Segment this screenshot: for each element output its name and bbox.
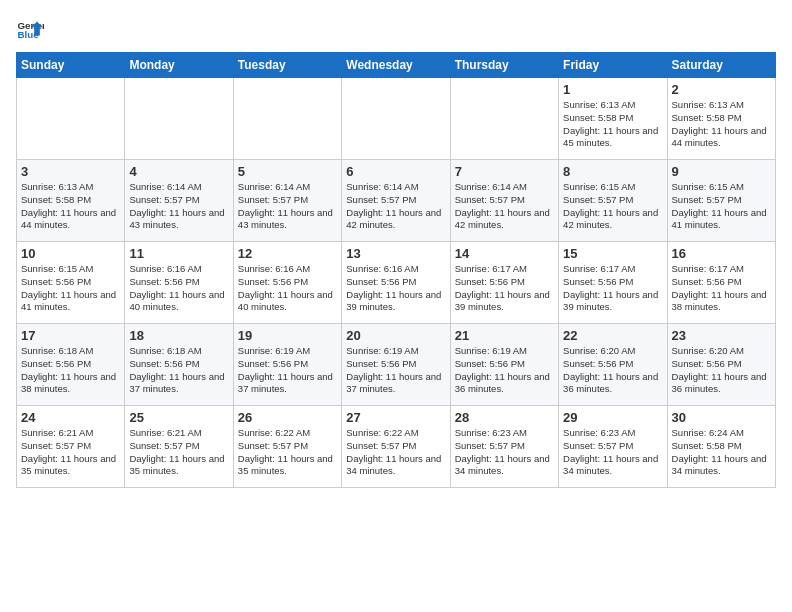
calendar-cell: 24Sunrise: 6:21 AM Sunset: 5:57 PM Dayli… xyxy=(17,406,125,488)
day-info: Sunrise: 6:17 AM Sunset: 5:56 PM Dayligh… xyxy=(563,263,662,314)
weekday-header: Saturday xyxy=(667,53,775,78)
calendar-row: 3Sunrise: 6:13 AM Sunset: 5:58 PM Daylig… xyxy=(17,160,776,242)
calendar-cell: 23Sunrise: 6:20 AM Sunset: 5:56 PM Dayli… xyxy=(667,324,775,406)
calendar-cell: 20Sunrise: 6:19 AM Sunset: 5:56 PM Dayli… xyxy=(342,324,450,406)
calendar-cell: 14Sunrise: 6:17 AM Sunset: 5:56 PM Dayli… xyxy=(450,242,558,324)
day-number: 3 xyxy=(21,164,120,179)
day-info: Sunrise: 6:23 AM Sunset: 5:57 PM Dayligh… xyxy=(563,427,662,478)
day-info: Sunrise: 6:16 AM Sunset: 5:56 PM Dayligh… xyxy=(238,263,337,314)
calendar-cell: 15Sunrise: 6:17 AM Sunset: 5:56 PM Dayli… xyxy=(559,242,667,324)
day-number: 29 xyxy=(563,410,662,425)
calendar-cell: 7Sunrise: 6:14 AM Sunset: 5:57 PM Daylig… xyxy=(450,160,558,242)
calendar-cell: 12Sunrise: 6:16 AM Sunset: 5:56 PM Dayli… xyxy=(233,242,341,324)
calendar-cell: 10Sunrise: 6:15 AM Sunset: 5:56 PM Dayli… xyxy=(17,242,125,324)
day-info: Sunrise: 6:16 AM Sunset: 5:56 PM Dayligh… xyxy=(129,263,228,314)
day-number: 20 xyxy=(346,328,445,343)
day-number: 22 xyxy=(563,328,662,343)
day-info: Sunrise: 6:21 AM Sunset: 5:57 PM Dayligh… xyxy=(21,427,120,478)
day-number: 14 xyxy=(455,246,554,261)
day-number: 5 xyxy=(238,164,337,179)
calendar-cell: 29Sunrise: 6:23 AM Sunset: 5:57 PM Dayli… xyxy=(559,406,667,488)
day-info: Sunrise: 6:17 AM Sunset: 5:56 PM Dayligh… xyxy=(672,263,771,314)
day-info: Sunrise: 6:19 AM Sunset: 5:56 PM Dayligh… xyxy=(455,345,554,396)
weekday-header: Thursday xyxy=(450,53,558,78)
calendar-cell: 27Sunrise: 6:22 AM Sunset: 5:57 PM Dayli… xyxy=(342,406,450,488)
day-number: 23 xyxy=(672,328,771,343)
day-info: Sunrise: 6:19 AM Sunset: 5:56 PM Dayligh… xyxy=(346,345,445,396)
day-info: Sunrise: 6:15 AM Sunset: 5:57 PM Dayligh… xyxy=(672,181,771,232)
weekday-header: Sunday xyxy=(17,53,125,78)
calendar-cell: 18Sunrise: 6:18 AM Sunset: 5:56 PM Dayli… xyxy=(125,324,233,406)
day-number: 25 xyxy=(129,410,228,425)
calendar-row: 1Sunrise: 6:13 AM Sunset: 5:58 PM Daylig… xyxy=(17,78,776,160)
calendar-cell: 13Sunrise: 6:16 AM Sunset: 5:56 PM Dayli… xyxy=(342,242,450,324)
day-number: 7 xyxy=(455,164,554,179)
day-info: Sunrise: 6:14 AM Sunset: 5:57 PM Dayligh… xyxy=(346,181,445,232)
day-number: 15 xyxy=(563,246,662,261)
day-info: Sunrise: 6:20 AM Sunset: 5:56 PM Dayligh… xyxy=(563,345,662,396)
calendar-cell: 21Sunrise: 6:19 AM Sunset: 5:56 PM Dayli… xyxy=(450,324,558,406)
calendar-cell: 26Sunrise: 6:22 AM Sunset: 5:57 PM Dayli… xyxy=(233,406,341,488)
day-number: 2 xyxy=(672,82,771,97)
day-number: 26 xyxy=(238,410,337,425)
calendar-table: SundayMondayTuesdayWednesdayThursdayFrid… xyxy=(16,52,776,488)
calendar-cell: 6Sunrise: 6:14 AM Sunset: 5:57 PM Daylig… xyxy=(342,160,450,242)
day-info: Sunrise: 6:13 AM Sunset: 5:58 PM Dayligh… xyxy=(563,99,662,150)
day-info: Sunrise: 6:17 AM Sunset: 5:56 PM Dayligh… xyxy=(455,263,554,314)
day-number: 12 xyxy=(238,246,337,261)
weekday-header: Monday xyxy=(125,53,233,78)
calendar-cell: 19Sunrise: 6:19 AM Sunset: 5:56 PM Dayli… xyxy=(233,324,341,406)
day-number: 4 xyxy=(129,164,228,179)
calendar-cell: 3Sunrise: 6:13 AM Sunset: 5:58 PM Daylig… xyxy=(17,160,125,242)
calendar-cell: 17Sunrise: 6:18 AM Sunset: 5:56 PM Dayli… xyxy=(17,324,125,406)
calendar-cell: 2Sunrise: 6:13 AM Sunset: 5:58 PM Daylig… xyxy=(667,78,775,160)
day-number: 24 xyxy=(21,410,120,425)
calendar-row: 17Sunrise: 6:18 AM Sunset: 5:56 PM Dayli… xyxy=(17,324,776,406)
calendar-cell: 5Sunrise: 6:14 AM Sunset: 5:57 PM Daylig… xyxy=(233,160,341,242)
logo: General Blue xyxy=(16,16,50,44)
page-header: General Blue xyxy=(16,16,776,44)
day-number: 13 xyxy=(346,246,445,261)
day-info: Sunrise: 6:22 AM Sunset: 5:57 PM Dayligh… xyxy=(346,427,445,478)
day-number: 1 xyxy=(563,82,662,97)
calendar-row: 10Sunrise: 6:15 AM Sunset: 5:56 PM Dayli… xyxy=(17,242,776,324)
day-number: 17 xyxy=(21,328,120,343)
day-info: Sunrise: 6:21 AM Sunset: 5:57 PM Dayligh… xyxy=(129,427,228,478)
calendar-header: SundayMondayTuesdayWednesdayThursdayFrid… xyxy=(17,53,776,78)
calendar-cell xyxy=(17,78,125,160)
header-row: SundayMondayTuesdayWednesdayThursdayFrid… xyxy=(17,53,776,78)
day-number: 19 xyxy=(238,328,337,343)
calendar-cell: 4Sunrise: 6:14 AM Sunset: 5:57 PM Daylig… xyxy=(125,160,233,242)
calendar-cell xyxy=(342,78,450,160)
day-info: Sunrise: 6:19 AM Sunset: 5:56 PM Dayligh… xyxy=(238,345,337,396)
day-info: Sunrise: 6:14 AM Sunset: 5:57 PM Dayligh… xyxy=(238,181,337,232)
calendar-body: 1Sunrise: 6:13 AM Sunset: 5:58 PM Daylig… xyxy=(17,78,776,488)
day-number: 30 xyxy=(672,410,771,425)
calendar-cell: 25Sunrise: 6:21 AM Sunset: 5:57 PM Dayli… xyxy=(125,406,233,488)
day-info: Sunrise: 6:14 AM Sunset: 5:57 PM Dayligh… xyxy=(455,181,554,232)
day-info: Sunrise: 6:15 AM Sunset: 5:57 PM Dayligh… xyxy=(563,181,662,232)
day-number: 28 xyxy=(455,410,554,425)
logo-icon: General Blue xyxy=(16,16,44,44)
day-number: 18 xyxy=(129,328,228,343)
calendar-cell: 22Sunrise: 6:20 AM Sunset: 5:56 PM Dayli… xyxy=(559,324,667,406)
day-info: Sunrise: 6:18 AM Sunset: 5:56 PM Dayligh… xyxy=(21,345,120,396)
day-info: Sunrise: 6:23 AM Sunset: 5:57 PM Dayligh… xyxy=(455,427,554,478)
day-number: 8 xyxy=(563,164,662,179)
day-info: Sunrise: 6:13 AM Sunset: 5:58 PM Dayligh… xyxy=(21,181,120,232)
day-number: 6 xyxy=(346,164,445,179)
calendar-cell: 1Sunrise: 6:13 AM Sunset: 5:58 PM Daylig… xyxy=(559,78,667,160)
weekday-header: Tuesday xyxy=(233,53,341,78)
calendar-cell: 30Sunrise: 6:24 AM Sunset: 5:58 PM Dayli… xyxy=(667,406,775,488)
day-number: 9 xyxy=(672,164,771,179)
calendar-cell: 9Sunrise: 6:15 AM Sunset: 5:57 PM Daylig… xyxy=(667,160,775,242)
weekday-header: Friday xyxy=(559,53,667,78)
calendar-cell: 28Sunrise: 6:23 AM Sunset: 5:57 PM Dayli… xyxy=(450,406,558,488)
day-info: Sunrise: 6:16 AM Sunset: 5:56 PM Dayligh… xyxy=(346,263,445,314)
calendar-cell: 16Sunrise: 6:17 AM Sunset: 5:56 PM Dayli… xyxy=(667,242,775,324)
calendar-cell xyxy=(125,78,233,160)
calendar-cell: 8Sunrise: 6:15 AM Sunset: 5:57 PM Daylig… xyxy=(559,160,667,242)
day-info: Sunrise: 6:22 AM Sunset: 5:57 PM Dayligh… xyxy=(238,427,337,478)
calendar-cell xyxy=(450,78,558,160)
calendar-cell: 11Sunrise: 6:16 AM Sunset: 5:56 PM Dayli… xyxy=(125,242,233,324)
